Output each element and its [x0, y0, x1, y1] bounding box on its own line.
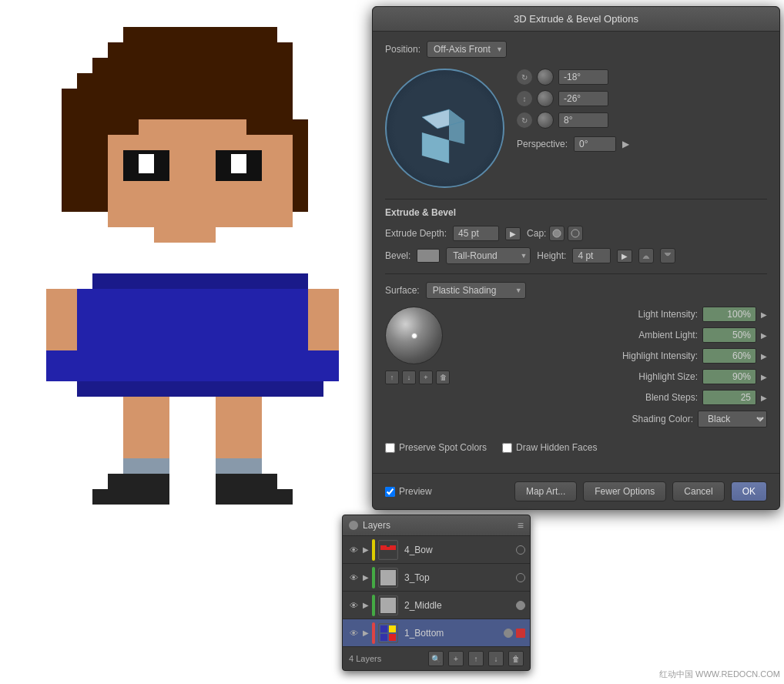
svg-rect-11 [62, 196, 108, 212]
rotation-z-input[interactable] [558, 112, 608, 128]
svg-rect-54 [123, 458, 169, 474]
svg-rect-58 [46, 320, 77, 335]
surface-preview-col: ↑ ↓ + 🗑 [385, 307, 451, 433]
sphere-controls: ↑ ↓ + 🗑 [385, 370, 451, 384]
surface-dropdown-wrapper[interactable]: Plastic Shading ▼ [426, 282, 526, 299]
layer-name-2-middle: 2_Middle [401, 600, 513, 611]
rotation-z-dial[interactable] [537, 112, 554, 129]
extrude-depth-input[interactable] [453, 226, 499, 241]
layers-delete-btn[interactable]: 🗑 [508, 651, 524, 666]
rotation-y-icon: ↕ [517, 91, 532, 106]
highlight-intensity-arrow[interactable]: ▶ [761, 352, 767, 360]
layers-add-btn[interactable]: + [448, 651, 464, 666]
perspective-arrow-btn[interactable]: ▶ [622, 139, 629, 149]
fewer-options-button[interactable]: Fewer Options [583, 481, 666, 501]
layer-row-1-bottom[interactable]: 👁 ▶ 1_Bottom [343, 619, 530, 647]
shading-color-dropdown[interactable]: Black [698, 411, 767, 428]
watermark: 红动中国 WWW.REDOCN.COM [659, 669, 780, 680]
position-dropdown[interactable]: Off-Axis Front [427, 41, 507, 58]
blend-steps-arrow[interactable]: ▶ [761, 394, 767, 402]
canvas-area [0, 0, 370, 684]
bevel-dropdown-wrapper[interactable]: Tall-Round ▼ [446, 247, 531, 264]
cap-btn-2[interactable] [568, 226, 583, 241]
shading-color-dropdown-wrapper[interactable]: Black ▼ [698, 411, 767, 428]
svg-rect-37 [154, 227, 216, 243]
ambient-light-arrow[interactable]: ▶ [761, 331, 767, 340]
layer-eye-2-middle[interactable]: 👁 [347, 599, 360, 612]
blend-steps-row: Blend Steps: ▶ [460, 390, 767, 405]
blend-steps-input[interactable] [702, 390, 756, 405]
light-intensity-arrow[interactable]: ▶ [761, 310, 767, 319]
layer-thumb-4-bow [378, 540, 398, 560]
preserve-spot-colors-checkbox[interactable] [385, 443, 395, 453]
position-dropdown-wrapper[interactable]: Off-Axis Front ▼ [427, 41, 507, 58]
layers-close-btn[interactable] [349, 521, 358, 530]
layer-eye-3-top[interactable]: 👁 [347, 572, 360, 584]
light-intensity-input[interactable] [702, 307, 756, 322]
map-art-button[interactable]: Map Art... [514, 481, 577, 501]
dialog-titlebar: 3D Extrude & Bevel Options [373, 7, 779, 32]
svg-rect-83 [380, 634, 387, 641]
draw-hidden-faces-label[interactable]: Draw Hidden Faces [502, 442, 597, 453]
layer-arrow-1-bottom[interactable]: ▶ [363, 629, 369, 637]
highlight-size-arrow[interactable]: ▶ [761, 373, 767, 381]
bevel-cap-btn-2[interactable] [660, 248, 675, 263]
layers-move-up-btn[interactable]: ↑ [468, 651, 484, 666]
perspective-input[interactable] [574, 136, 616, 152]
height-input[interactable] [572, 248, 611, 263]
cancel-button[interactable]: Cancel [672, 481, 724, 501]
layer-eye-1-bottom[interactable]: 👁 [347, 627, 360, 639]
layer-eye-4-bow[interactable]: 👁 [347, 544, 360, 556]
rotation-controls: ↻ ↕ ↻ Perspective: ▶ [517, 69, 767, 152]
extrude-depth-arrow[interactable]: ▶ [505, 227, 521, 240]
layer-row-2-middle[interactable]: 👁 ▶ 2_Middle [343, 592, 530, 619]
cap-btn-1[interactable] [549, 226, 565, 241]
svg-rect-27 [92, 273, 308, 289]
ambient-light-input[interactable] [702, 327, 756, 343]
rotation-x-dial[interactable] [537, 69, 554, 86]
layer-name-1-bottom: 1_Bottom [401, 628, 501, 639]
sphere-ctrl-3[interactable]: + [419, 370, 433, 384]
sphere-preview[interactable] [385, 307, 443, 364]
layers-count: 4 Layers [349, 654, 424, 663]
preview-checkbox[interactable] [385, 487, 395, 497]
svg-rect-35 [154, 243, 216, 273]
layers-search-btn[interactable]: 🔍 [428, 651, 444, 666]
svg-rect-25 [108, 119, 139, 135]
height-arrow[interactable]: ▶ [617, 250, 632, 263]
svg-rect-3 [77, 73, 293, 89]
layer-row-4-bow[interactable]: 👁 ▶ 4_Bow [343, 536, 530, 564]
sphere-ctrl-1[interactable]: ↑ [385, 370, 399, 384]
layer-arrow-4-bow[interactable]: ▶ [363, 545, 369, 554]
ok-button[interactable]: OK [731, 481, 767, 501]
dialog-3d: 3D Extrude & Bevel Options Position: Off… [372, 6, 780, 510]
bevel-preview [417, 249, 440, 263]
svg-rect-5 [62, 104, 293, 119]
surface-dropdown[interactable]: Plastic Shading [426, 282, 526, 299]
highlight-size-input[interactable] [702, 369, 756, 384]
rotation-x-input[interactable] [558, 69, 608, 85]
layer-row-3-top[interactable]: 👁 ▶ 3_Top [343, 564, 530, 592]
highlight-intensity-input[interactable] [702, 348, 756, 364]
svg-rect-28 [77, 289, 323, 304]
layers-move-down-btn[interactable]: ↓ [488, 651, 504, 666]
layers-menu-btn[interactable]: ≡ [518, 519, 524, 531]
perspective-row: Perspective: ▶ [517, 136, 767, 152]
layer-arrow-3-top[interactable]: ▶ [363, 573, 369, 582]
rotation-row-y: ↕ [517, 90, 767, 107]
layer-arrow-2-middle[interactable]: ▶ [363, 601, 369, 609]
extrude-depth-row: Extrude Depth: ▶ Cap: [385, 226, 767, 241]
cube-preview[interactable] [385, 69, 504, 188]
draw-hidden-faces-checkbox[interactable] [502, 443, 512, 453]
svg-rect-29 [77, 304, 323, 320]
rotation-y-dial[interactable] [537, 90, 554, 107]
bevel-dropdown[interactable]: Tall-Round [446, 247, 531, 264]
rotation-y-input[interactable] [558, 91, 608, 106]
cap-buttons: Cap: [527, 226, 583, 241]
svg-rect-31 [77, 335, 323, 350]
sphere-ctrl-4[interactable]: 🗑 [436, 370, 450, 384]
sphere-ctrl-2[interactable]: ↓ [402, 370, 416, 384]
preserve-spot-colors-label[interactable]: Preserve Spot Colors [385, 442, 487, 453]
layer-thumb-1-bottom [378, 623, 398, 643]
bevel-cap-btn-1[interactable] [638, 248, 654, 263]
